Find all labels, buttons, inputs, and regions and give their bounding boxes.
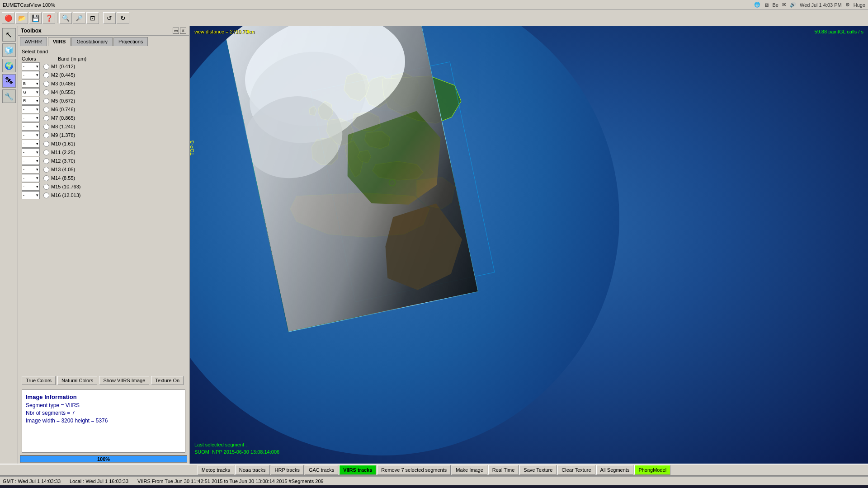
toolbar: 🔴 📂 💾 ❓ 🔍 🔎 ⊡ ↺ ↻ (0, 10, 868, 26)
toolbox-header-buttons: ▭ ✕ (173, 28, 186, 34)
band-radio-m14[interactable] (43, 175, 49, 181)
band-channel-m5[interactable]: R▾ (22, 97, 40, 105)
band-radio-m1[interactable] (43, 64, 49, 70)
band-row-m9: -▾M9 (1.378) (22, 131, 185, 139)
band-channel-m7[interactable]: -▾ (22, 114, 40, 122)
band-radio-m4[interactable] (43, 89, 49, 95)
satellite-icon[interactable]: 🛰 (2, 74, 16, 88)
band-channel-m3[interactable]: B▾ (22, 80, 40, 88)
true-colors-button[interactable]: True Colors (22, 376, 56, 385)
globe-icon[interactable]: 🌍 (2, 59, 16, 72)
zoom-out-button[interactable]: 🔎 (73, 12, 85, 24)
view-distance-label: view distance = 2710.70km (194, 29, 255, 34)
band-label-m11: M11 (2.25) (51, 150, 75, 155)
band-channel-m6[interactable]: -▾ (22, 105, 40, 113)
image-info-title: Image Information (26, 394, 181, 400)
band-channel-m14[interactable]: -▾ (22, 174, 40, 182)
red-button[interactable]: 🔴 (2, 12, 14, 24)
email-icon: ✉ (782, 2, 786, 8)
toolbox: Toolbox ▭ ✕ AVHRR VIIRS Geostationary Pr… (18, 26, 190, 464)
gac-tracks-button[interactable]: GAC tracks (305, 465, 338, 475)
toolbar-separator-2 (101, 13, 101, 23)
band-label-m3: M3 (0.488) (51, 81, 75, 86)
band-radio-m2[interactable] (43, 72, 49, 78)
texture-on-button[interactable]: Texture On (151, 376, 184, 385)
earth-globe (190, 26, 619, 455)
band-radio-m11[interactable] (43, 150, 49, 155)
band-label-m16: M16 (12.013) (51, 192, 80, 198)
band-row-m5: R▾M5 (0.672) (22, 97, 185, 105)
band-row-m13: -▾M13 (4.05) (22, 165, 185, 174)
save-button[interactable]: 💾 (29, 12, 42, 24)
open-button[interactable]: 📂 (15, 12, 28, 24)
real-time-button[interactable]: Real Time (488, 465, 519, 475)
band-radio-m5[interactable] (43, 98, 49, 104)
band-channel-m2[interactable]: -▾ (22, 71, 40, 79)
pointer-tool-icon[interactable]: ↖ (2, 28, 16, 42)
cube-icon[interactable]: 🧊 (2, 43, 16, 57)
band-row-m14: -▾M14 (8.55) (22, 174, 185, 182)
phong-model-button[interactable]: PhongModel (634, 465, 670, 475)
band-label-m15: M15 (10.763) (51, 184, 80, 189)
band-radio-m10[interactable] (43, 141, 49, 147)
tab-avhrr[interactable]: AVHRR (20, 37, 47, 46)
band-label-m14: M14 (8.55) (51, 175, 75, 181)
band-channel-m10[interactable]: -▾ (22, 140, 40, 148)
toolbox-restore-button[interactable]: ▭ (173, 28, 179, 34)
show-viirs-image-button[interactable]: Show VIIRS Image (99, 376, 149, 385)
band-channel-m16[interactable]: -▾ (22, 191, 40, 199)
band-channel-m9[interactable]: -▾ (22, 131, 40, 139)
noaa-tracks-button[interactable]: Noaa tracks (235, 465, 270, 475)
band-channel-m13[interactable]: -▾ (22, 165, 40, 174)
band-radio-m15[interactable] (43, 184, 49, 190)
action-buttons: True Colors Natural Colors Show VIIRS Im… (18, 373, 189, 388)
viirs-tracks-button[interactable]: VIIRS tracks (339, 465, 376, 475)
band-label-m9: M9 (1.378) (51, 132, 75, 138)
band-row-m3: B▾M3 (0.488) (22, 80, 185, 88)
band-radio-m8[interactable] (43, 124, 49, 130)
band-channel-m8[interactable]: -▾ (22, 122, 40, 131)
band-label-m1: M1 (0.412) (51, 64, 75, 69)
datetime-label: Wed Jul 1 4:03 PM (800, 2, 842, 8)
band-radio-m7[interactable] (43, 115, 49, 121)
band-row-m10: -▾M10 (1.61) (22, 140, 185, 148)
tab-viirs[interactable]: VIIRS (48, 37, 71, 46)
settings-icon[interactable]: 🔧 (2, 89, 16, 103)
band-radio-m12[interactable] (43, 158, 49, 164)
viewport[interactable]: view distance = 2710.70km 59.88 paintGL … (190, 26, 868, 464)
tab-geostationary[interactable]: Geostationary (71, 37, 112, 46)
make-image-button[interactable]: Make Image (452, 465, 487, 475)
zoom-in-button[interactable]: 🔍 (59, 12, 72, 24)
band-radio-m16[interactable] (43, 192, 49, 198)
natural-colors-button[interactable]: Natural Colors (57, 376, 97, 385)
save-texture-button[interactable]: Save Texture (519, 465, 557, 475)
tab-projections[interactable]: Projections (113, 37, 148, 46)
toolbox-close-button[interactable]: ✕ (180, 28, 186, 34)
all-segments-button[interactable]: All Segments (596, 465, 634, 475)
progress-bar-fill: 100% (20, 456, 187, 462)
band-radio-m13[interactable] (43, 167, 49, 173)
band-radio-m6[interactable] (43, 107, 49, 113)
band-channel-m12[interactable]: -▾ (22, 157, 40, 165)
tab-bar: AVHRR VIIRS Geostationary Projections (18, 36, 189, 46)
band-channel-m11[interactable]: -▾ (22, 148, 40, 156)
band-channel-m1[interactable]: -▾ (22, 62, 40, 70)
hrp-tracks-button[interactable]: HRP tracks (271, 465, 304, 475)
band-radio-m9[interactable] (43, 132, 49, 138)
nbr-segments-label: Nbr of segments = 7 (26, 410, 181, 416)
user-label: Hugo (854, 2, 865, 8)
band-channel-m4[interactable]: G▾ (22, 88, 40, 96)
band-channel-m15[interactable]: -▾ (22, 183, 40, 191)
be-icon: Be (773, 2, 778, 8)
band-row-m16: -▾M16 (12.013) (22, 191, 185, 199)
help-button[interactable]: ❓ (42, 12, 55, 24)
clear-texture-button[interactable]: Clear Texture (557, 465, 595, 475)
select-band-label: Select band (22, 49, 185, 54)
refresh2-button[interactable]: ↻ (117, 12, 129, 24)
remove-selected-button[interactable]: Remove 7 selected segments (377, 465, 451, 475)
band-radio-m3[interactable] (43, 81, 49, 87)
image-info-panel: Image Information Segment type = VIIRS N… (22, 389, 185, 453)
refresh1-button[interactable]: ↺ (103, 12, 116, 24)
metop-tracks-button[interactable]: Metop tracks (198, 465, 234, 475)
fit-button[interactable]: ⊡ (86, 12, 99, 24)
